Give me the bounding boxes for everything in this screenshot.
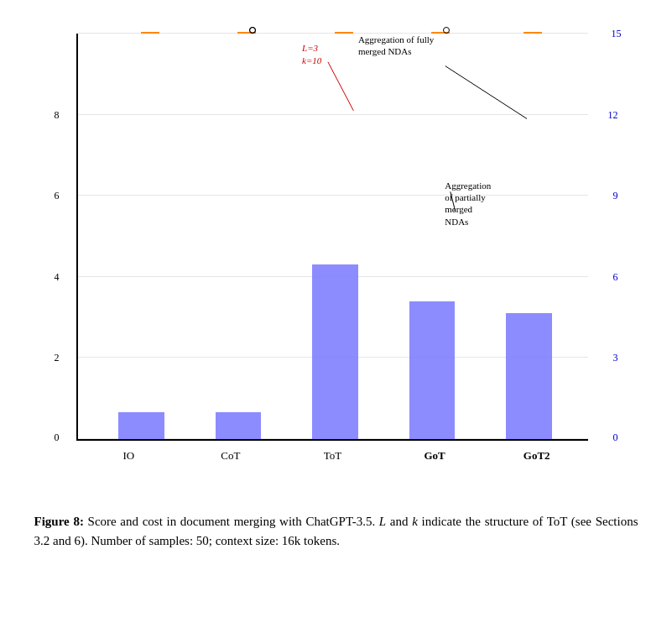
gridline-8 xyxy=(78,114,588,115)
x-label-io: IO xyxy=(83,449,175,463)
figure-container: Score (out of 10); the higher the better… xyxy=(18,17,655,550)
chart-plot-area: 0 2 4 6 8 0 3 6 9 12 15 xyxy=(76,34,588,441)
x-label-cot: CoT xyxy=(185,449,276,463)
bar-got xyxy=(409,301,456,439)
svg-line-0 xyxy=(445,66,526,119)
x-label-got2: GoT2 xyxy=(491,449,582,463)
bar-got2 xyxy=(506,313,552,439)
y-left-tick-2: 2 xyxy=(55,352,60,364)
annotation-partially-merged: Aggregationof partiallymergedNDAs xyxy=(445,180,491,228)
y-left-tick-6: 6 xyxy=(55,190,60,202)
annotation-fully-merged: Aggregation of fullymerged NDAs xyxy=(358,34,434,58)
caption-text: Figure 8: Score and cost in document mer… xyxy=(34,515,638,547)
y-right-tick-3: 3 xyxy=(613,352,618,364)
y-right-tick-15: 15 xyxy=(612,28,622,40)
x-label-tot: ToT xyxy=(287,449,378,463)
y-right-tick-0: 0 xyxy=(613,432,618,444)
annotation-lk: L=3k=10 xyxy=(302,42,321,68)
svg-line-1 xyxy=(327,62,352,111)
y-right-tick-12: 12 xyxy=(608,108,618,121)
y-right-tick-9: 9 xyxy=(613,190,618,202)
chart-wrapper: Score (out of 10); the higher the better… xyxy=(18,25,655,479)
y-left-tick-4: 4 xyxy=(55,270,60,283)
y-right-tick-6: 6 xyxy=(613,270,618,283)
y-left-tick-0: 0 xyxy=(55,432,60,444)
bar-tot xyxy=(312,264,358,439)
x-label-got: GoT xyxy=(388,449,480,463)
gridline-6 xyxy=(78,195,588,196)
bar-io xyxy=(118,412,164,439)
y-left-tick-8: 8 xyxy=(55,108,60,121)
bar-cot xyxy=(216,412,262,439)
figure-caption: Figure 8: Score and cost in document mer… xyxy=(34,512,638,550)
x-axis-labels: IO CoT ToT GoT GoT2 xyxy=(78,449,588,463)
